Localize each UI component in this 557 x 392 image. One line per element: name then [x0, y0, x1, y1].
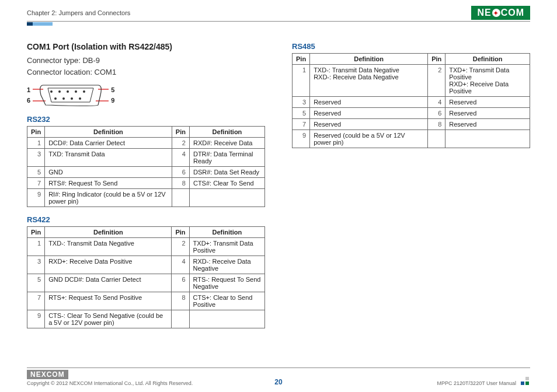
pin-cell: 9: [293, 130, 310, 148]
rs485-table: Pin Definition Pin Definition 1TXD-: Tra…: [292, 53, 530, 148]
table-row: 5GND DCD#: Data Carrier Detect6RTS-: Req…: [27, 274, 265, 292]
col-def: Definition: [189, 127, 264, 138]
table-row: 9CTS-: Clear To Send Negative (could be …: [27, 310, 265, 328]
db9-diagram: 1 6 5 9: [27, 83, 265, 107]
pin-cell: [428, 130, 445, 148]
table-row: 1TXD-: Transmit Data Negative2TXD+: Tran…: [27, 238, 265, 256]
pin-cell: 6: [172, 167, 189, 178]
rs232-table: Pin Definition Pin Definition 1DCD#: Dat…: [27, 126, 265, 207]
def-cell: Reserved: [310, 108, 428, 119]
pin-cell: [172, 189, 189, 207]
def-cell: [189, 310, 264, 328]
svg-point-12: [79, 97, 81, 100]
pin-cell: 5: [293, 108, 310, 119]
rs232-title: RS232: [27, 115, 265, 124]
rs422-table: Pin Definition Pin Definition 1TXD-: Tra…: [27, 226, 265, 328]
def-cell: TXD-: Transmit Data Negative RXD-: Recei…: [310, 65, 428, 97]
pin-cell: [172, 310, 189, 328]
pin-cell: 4: [172, 149, 189, 167]
table-row: 3RXD+: Receive Data Positive4RXD-: Recei…: [27, 256, 265, 274]
rs485-title: RS485: [292, 42, 530, 51]
def-cell: GND DCD#: Data Carrier Detect: [45, 274, 172, 292]
table-row: 5GND6DSR#: Data Set Ready: [27, 167, 265, 178]
rs422-title: RS422: [27, 215, 265, 224]
col-pin: Pin: [27, 227, 45, 238]
table-row: 9Reserved (could be a 5V or 12V power pi…: [293, 130, 530, 148]
def-cell: [189, 189, 264, 207]
pin-label-1: 1: [27, 86, 30, 93]
connector-type: Connector type: DB-9: [27, 55, 265, 66]
pin-cell: 5: [27, 167, 45, 178]
col-def: Definition: [445, 54, 530, 65]
def-cell: Reserved: [445, 108, 530, 119]
table-row: 5Reserved6Reserved: [293, 108, 530, 119]
table-row: 1DCD#: Data Carrier Detect2RXD#: Receive…: [27, 138, 265, 149]
def-cell: Reserved (could be a 5V or 12V power pin…: [310, 130, 428, 148]
pin-cell: 3: [27, 256, 45, 274]
pin-cell: 7: [27, 292, 45, 310]
col-def: Definition: [45, 127, 172, 138]
pin-cell: 1: [27, 138, 45, 149]
svg-point-9: [54, 97, 57, 100]
col-pin: Pin: [172, 227, 189, 238]
pin-label-6: 6: [27, 97, 30, 104]
table-row: 7RTS+: Request To Send Positive8CTS+: Cl…: [27, 292, 265, 310]
def-cell: CTS#: Clear To Send: [189, 178, 264, 189]
accent-divider: [27, 22, 530, 26]
def-cell: CTS+: Clear to Send Positive: [189, 292, 264, 310]
pin-label-5: 5: [111, 86, 114, 93]
def-cell: RTS-: Request To Send Negative: [189, 274, 264, 292]
pin-cell: 6: [428, 108, 445, 119]
svg-point-10: [62, 97, 65, 100]
svg-point-4: [50, 90, 53, 93]
def-cell: DTR#: Data Terminal Ready: [189, 149, 264, 167]
col-pin: Pin: [172, 127, 189, 138]
pin-cell: 9: [27, 189, 45, 207]
pin-cell: 4: [428, 97, 445, 108]
def-cell: RTS+: Request To Send Positive: [45, 292, 172, 310]
pin-cell: 1: [293, 65, 310, 97]
col-def: Definition: [189, 227, 264, 238]
def-cell: RI#: Ring Indicator (could be a 5V or 12…: [45, 189, 172, 207]
col-pin: Pin: [428, 54, 445, 65]
pin-cell: 2: [428, 65, 445, 97]
def-cell: Reserved: [310, 97, 428, 108]
def-cell: [445, 130, 530, 148]
pin-cell: 8: [172, 292, 189, 310]
pin-cell: 5: [27, 274, 45, 292]
def-cell: GND: [45, 167, 172, 178]
pin-cell: 9: [27, 310, 45, 328]
def-cell: RTS#: Request To Send: [45, 178, 172, 189]
col-pin: Pin: [293, 54, 310, 65]
brand-logo-top: NE✦COM: [471, 6, 530, 20]
def-cell: TXD: Transmit Data: [45, 149, 172, 167]
svg-point-5: [58, 90, 61, 93]
pin-cell: 2: [172, 238, 189, 256]
pin-cell: 7: [27, 178, 45, 189]
def-cell: Reserved: [310, 119, 428, 130]
pin-cell: 8: [428, 119, 445, 130]
def-cell: TXD+: Transmit Data Positive: [189, 238, 264, 256]
svg-point-6: [67, 90, 69, 93]
pin-cell: 3: [293, 97, 310, 108]
chapter-label: Chapter 2: Jumpers and Connectors: [27, 9, 130, 16]
section-title: COM1 Port (Isolation with RS422/485): [27, 42, 265, 51]
svg-point-8: [83, 90, 85, 93]
col-pin: Pin: [27, 127, 45, 138]
def-cell: RXD+: Receive Data Positive: [45, 256, 172, 274]
def-cell: TXD-: Transmit Data Negative: [45, 238, 172, 256]
def-cell: DSR#: Data Set Ready: [189, 167, 264, 178]
pin-cell: 4: [172, 256, 189, 274]
table-row: 7RTS#: Request To Send8CTS#: Clear To Se…: [27, 178, 265, 189]
col-def: Definition: [310, 54, 428, 65]
def-cell: TXD+: Transmit Data Positive RXD+: Recei…: [445, 65, 530, 97]
table-row: 3TXD: Transmit Data4DTR#: Data Terminal …: [27, 149, 265, 167]
pin-cell: 3: [27, 149, 45, 167]
def-cell: CTS-: Clear To Send Negative (could be a…: [45, 310, 172, 328]
page-number: 20: [27, 378, 530, 386]
pin-label-9: 9: [111, 97, 114, 104]
pin-cell: 6: [172, 274, 189, 292]
table-row: 9RI#: Ring Indicator (could be a 5V or 1…: [27, 189, 265, 207]
pin-cell: 8: [172, 178, 189, 189]
pin-cell: 7: [293, 119, 310, 130]
